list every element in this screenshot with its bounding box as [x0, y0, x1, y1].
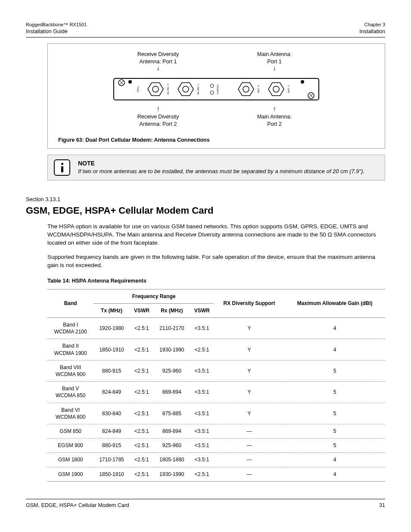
- table-cell: —: [214, 439, 285, 453]
- table-cell: 1930-1990: [154, 467, 190, 481]
- svg-point-13: [210, 84, 214, 87]
- table-cell: <3.5:1: [190, 382, 214, 403]
- table-cell: Band II WCDMA 1900: [47, 339, 93, 360]
- svg-text:CELL: CELL: [137, 86, 139, 93]
- svg-point-4: [301, 80, 304, 84]
- table-cell: 824-849: [93, 424, 130, 438]
- table-cell: 1850-1910: [93, 339, 130, 360]
- table-cell: <2.5:1: [130, 453, 154, 467]
- table-cell: Y: [214, 403, 285, 424]
- arrow-down-icon: ↓: [273, 64, 276, 72]
- table-cell: 925-960: [154, 360, 190, 381]
- table-cell: 5: [284, 403, 385, 424]
- svg-text:ANT. 1: ANT. 1: [287, 85, 290, 93]
- table-cell: —: [214, 424, 285, 438]
- table-cell: Y: [214, 318, 285, 339]
- table-cell: 4: [284, 318, 385, 339]
- label-rx-div-port1: Receive Diversity Antenna: Port 1 ↓: [119, 51, 197, 73]
- figure-box: Receive Diversity Antenna: Port 1 ↓ Main…: [47, 44, 385, 149]
- table-cell: Band VIII WCDMA 900: [47, 360, 93, 381]
- table-cell: 5: [284, 382, 385, 403]
- diagram-labels-top: Receive Diversity Antenna: Port 1 ↓ Main…: [58, 51, 374, 73]
- th-freq-range: Frequency Range: [93, 289, 214, 303]
- page-header: RuggedBackbone™ RX1501 Installation Guid…: [26, 22, 385, 37]
- table-cell: 1930-1990: [154, 339, 190, 360]
- table-cell: 925-960: [154, 439, 190, 453]
- table-cell: Y: [214, 339, 285, 360]
- modem-diagram-svg: CELL Rx DIV. 2 Rx DIV. 1 Link/Act. ANT. …: [113, 74, 320, 104]
- section-title: GSM, EDGE, HSPA+ Cellular Modem Card: [26, 204, 385, 217]
- svg-point-6: [153, 86, 159, 92]
- table-cell: <2.5:1: [130, 318, 154, 339]
- table-cell: GSM 1800: [47, 453, 93, 467]
- svg-point-3: [128, 80, 132, 84]
- table-cell: <2.5:1: [130, 439, 154, 453]
- table-caption: Table 14: HSPA Antenna Requirements: [47, 277, 385, 285]
- table-cell: <2.5:1: [130, 339, 154, 360]
- table-cell: 4: [284, 453, 385, 467]
- svg-text:Rx DIV. 1: Rx DIV. 1: [197, 84, 199, 95]
- table-cell: 824-849: [93, 382, 130, 403]
- note-title: NOTE: [78, 159, 364, 168]
- table-cell: 830-840: [93, 403, 130, 424]
- table-cell: <2.5:1: [130, 403, 154, 424]
- svg-text:ANT. 2: ANT. 2: [257, 85, 260, 93]
- table-cell: 4: [284, 467, 385, 481]
- table-cell: <2.5:1: [130, 360, 154, 381]
- table-cell: 5: [284, 360, 385, 381]
- svg-text:Link/Act.: Link/Act.: [216, 84, 219, 94]
- table-cell: GSM 850: [47, 424, 93, 438]
- table-row: GSM 850824-849<2.5:1869-894<3.5:1—5: [47, 424, 385, 438]
- section-para-1: The HSPA option is available for use on …: [47, 223, 385, 247]
- table-row: GSM 18001710-1785<2.5:11805-1880<3.5:1—4: [47, 453, 385, 467]
- info-icon: [54, 159, 70, 176]
- header-chapter: Chapter 3: [359, 22, 385, 28]
- table-cell: —: [214, 453, 285, 467]
- table-cell: EGSM 900: [47, 439, 93, 453]
- diagram-labels-bottom: ↑ Receive Diversity Antenna: Port 2 ↑ Ma…: [58, 106, 374, 128]
- th-rx: Rx (MHz): [154, 303, 190, 317]
- th-vswr1: VSWR: [130, 303, 154, 317]
- table-row: Band II WCDMA 19001850-1910<2.5:11930-19…: [47, 339, 385, 360]
- table-cell: 4: [284, 339, 385, 360]
- svg-point-14: [210, 91, 214, 94]
- arrow-up-icon: ↑: [273, 105, 276, 112]
- table-row: Band VIII WCDMA 900880-915<2.5:1925-960<…: [47, 360, 385, 381]
- header-product: RuggedBackbone™ RX1501: [26, 22, 87, 28]
- table-cell: <2.5:1: [130, 467, 154, 481]
- header-chapter-name: Installation: [359, 28, 385, 35]
- diagram: Receive Diversity Antenna: Port 1 ↓ Main…: [58, 51, 374, 128]
- label-main-port2: ↑ Main Antenna: Port 2: [236, 106, 313, 128]
- table-cell: 869-894: [154, 382, 190, 403]
- table-row: Band VI WCDMA 800830-840<2.5:1875-885<3.…: [47, 403, 385, 424]
- svg-text:Rx DIV. 2: Rx DIV. 2: [167, 84, 169, 95]
- table-cell: 1710-1785: [93, 453, 130, 467]
- table-cell: —: [214, 467, 285, 481]
- table-row: EGSM 900880-915<2.5:1925-960<3.5:1—5: [47, 439, 385, 453]
- section-number: Section 3.13.1: [26, 196, 385, 203]
- table-row: GSM 19001850-1910<2.5:11930-1990<2.5:1—4: [47, 467, 385, 481]
- header-left: RuggedBackbone™ RX1501 Installation Guid…: [26, 22, 87, 35]
- table-cell: <3.5:1: [190, 439, 214, 453]
- header-right: Chapter 3 Installation: [359, 22, 385, 35]
- header-guide: Installation Guide: [26, 28, 87, 35]
- table-cell: GSM 1900: [47, 467, 93, 481]
- note-text: If two or more antennas are to be instal…: [78, 168, 364, 175]
- table-cell: 880-915: [93, 439, 130, 453]
- th-gain: Maximum Allowable Gain (dBi): [284, 289, 385, 317]
- table-cell: 1920-1980: [93, 318, 130, 339]
- table-cell: Band VI WCDMA 800: [47, 403, 93, 424]
- footer-right: 31: [379, 502, 385, 509]
- label-main-port1: Main Antenna: Port 1 ↓: [236, 51, 313, 73]
- table-cell: <3.5:1: [190, 318, 214, 339]
- table-cell: Y: [214, 382, 285, 403]
- table-cell: <3.5:1: [190, 403, 214, 424]
- arrow-down-icon: ↓: [156, 64, 160, 72]
- table-cell: <2.5:1: [190, 339, 214, 360]
- note-box: NOTE If two or more antennas are to be i…: [47, 155, 385, 180]
- table-cell: <3.5:1: [190, 453, 214, 467]
- table-cell: 5: [284, 439, 385, 453]
- table-cell: <2.5:1: [190, 467, 214, 481]
- table-cell: <2.5:1: [130, 382, 154, 403]
- table-body: Band I WCDMA 21001920-1980<2.5:12110-217…: [47, 318, 385, 482]
